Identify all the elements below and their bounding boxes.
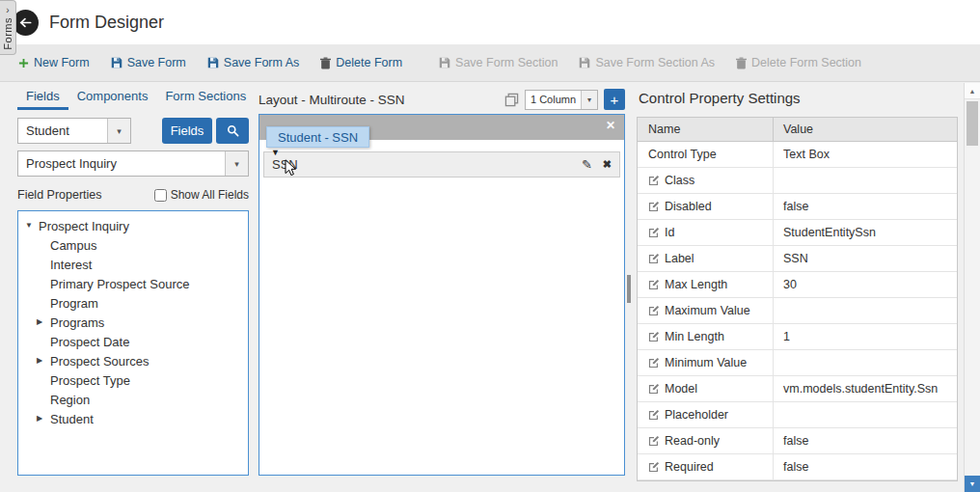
panel-scrollbar[interactable] — [627, 85, 632, 476]
property-name-cell: Read-only — [638, 428, 773, 453]
tree-item-label: Prospect Date — [50, 335, 129, 349]
property-row[interactable]: Min Length 1 — [638, 324, 957, 350]
edit-field-icon[interactable]: ✎ — [582, 158, 592, 171]
property-row[interactable]: Max Length 30 — [638, 272, 957, 298]
toolbar-button-label: Delete Form — [336, 56, 402, 69]
tree-item-label: Prospect Inquiry — [39, 219, 129, 233]
copy-layout-icon[interactable] — [504, 93, 519, 107]
property-value[interactable]: false — [773, 454, 957, 479]
scroll-up-button[interactable]: ▲ — [965, 83, 980, 99]
property-name: Placeholder — [665, 408, 728, 422]
tree-item[interactable]: Primary Prospect Source — [18, 274, 248, 293]
property-value[interactable]: 30 — [773, 272, 957, 297]
property-value[interactable] — [773, 350, 957, 375]
column-header-value: Value — [773, 118, 957, 141]
toolbar-button[interactable]: Delete Form — [310, 44, 413, 81]
panel-scroll-thumb[interactable] — [627, 275, 631, 303]
toolbar-button[interactable]: Save Form Section — [428, 44, 568, 81]
property-row[interactable]: Minimum Value — [638, 350, 957, 376]
app-header: Form Designer — [0, 0, 980, 44]
property-value[interactable]: SSN — [773, 246, 957, 271]
property-name-cell: Placeholder — [638, 402, 773, 427]
show-all-fields-toggle[interactable]: Show All Fields — [154, 188, 249, 202]
remove-field-icon[interactable]: ✖ — [603, 159, 612, 170]
property-name-cell: Class — [638, 168, 773, 193]
tab-label: Fields — [26, 89, 60, 103]
drag-chip[interactable]: Student - SSN — [266, 126, 369, 148]
form-select[interactable]: Prospect Inquiry ▾ — [17, 150, 249, 177]
property-name-cell: Minimum Value — [638, 350, 773, 375]
property-row[interactable]: Class — [638, 168, 957, 194]
property-row[interactable]: Read-only false — [638, 428, 957, 454]
tree-item[interactable]: Campus — [18, 235, 248, 255]
edit-icon — [648, 383, 660, 395]
search-icon — [227, 124, 239, 137]
toolbar-button[interactable]: Save Form As — [197, 44, 311, 81]
tree-item[interactable]: ▶ Prospect Sources — [18, 351, 248, 370]
property-row[interactable]: Model vm.models.studentEntity.Ssn — [638, 376, 957, 402]
property-name-cell: Maximum Value — [638, 298, 773, 323]
tree-item[interactable]: ▼ Prospect Inquiry — [18, 216, 248, 235]
edit-icon — [648, 227, 660, 238]
property-row[interactable]: Placeholder — [638, 402, 957, 428]
tree-item[interactable]: Prospect Type — [18, 370, 248, 390]
property-name-cell: Id — [638, 220, 773, 245]
back-button[interactable] — [13, 10, 39, 36]
toolbar-button-label: Save Form As — [224, 56, 300, 69]
table-body: Control Type Text Box Class — [638, 142, 957, 480]
property-value[interactable]: StudentEntitySsn — [773, 220, 957, 245]
property-value[interactable]: vm.models.studentEntity.Ssn — [773, 376, 957, 401]
property-row[interactable]: Label SSN — [638, 246, 957, 272]
edit-icon — [648, 409, 660, 421]
add-section-button[interactable]: + — [604, 89, 625, 110]
property-row[interactable]: Maximum Value — [638, 298, 957, 324]
vertical-scrollbar[interactable]: ▲ ▼ — [964, 83, 980, 492]
column-select[interactable]: 1 Column ▾ — [525, 90, 598, 110]
tree-item[interactable]: ▶ Student — [18, 409, 248, 428]
property-value[interactable] — [773, 168, 957, 193]
property-value[interactable] — [773, 402, 957, 427]
tree-item[interactable]: Program — [18, 293, 248, 313]
layout-canvas: ✕ SSN ✎ ✖ Student - SSN ▼ — [259, 114, 625, 476]
fields-button[interactable]: Fields — [162, 118, 212, 144]
form-select-value: Prospect Inquiry — [18, 151, 225, 176]
tree-item[interactable]: Prospect Date — [18, 332, 248, 351]
tab[interactable]: Components — [68, 85, 157, 110]
collapse-icon[interactable]: ▼ — [25, 222, 39, 230]
entity-select[interactable]: Student ▾ — [17, 118, 131, 144]
scroll-down-button[interactable]: ▼ — [965, 476, 980, 492]
tree-item-label: Program — [50, 296, 98, 311]
property-row[interactable]: Disabled false — [638, 194, 957, 220]
toolbar-button[interactable]: Save Form — [100, 44, 197, 81]
tree-item[interactable]: Region — [18, 390, 248, 409]
toolbar-button[interactable]: New Form — [8, 44, 100, 81]
toolbar-button[interactable]: Save Form Section As — [568, 44, 725, 81]
expand-icon[interactable]: ▶ — [37, 357, 50, 365]
field-row-ssn[interactable]: SSN ✎ ✖ — [263, 151, 620, 178]
tree-item[interactable]: ▶ Programs — [18, 313, 248, 332]
layout-titlebar: Layout - Multiroute - SSN 1 Column ▾ + — [259, 85, 625, 114]
expand-icon[interactable]: ▶ — [37, 318, 50, 326]
property-row[interactable]: Required false — [638, 454, 957, 480]
fields-panel: Fields Components Form Sections Student … — [17, 85, 249, 476]
close-icon[interactable]: ✕ — [606, 120, 615, 131]
tree-item-label: Student — [50, 412, 94, 426]
tree-item[interactable]: Interest — [18, 255, 248, 274]
search-button[interactable] — [216, 118, 249, 144]
property-row[interactable]: Control Type Text Box — [638, 142, 957, 168]
property-name-cell: Max Length — [638, 272, 773, 297]
forms-drawer-tab[interactable]: › Forms — [0, 0, 16, 55]
toolbar-button[interactable]: Delete Form Section — [725, 44, 872, 81]
property-row[interactable]: Id StudentEntitySsn — [638, 220, 957, 246]
tab[interactable]: Form Sections — [156, 85, 255, 110]
expand-icon[interactable]: ▶ — [37, 415, 50, 423]
property-value[interactable]: false — [773, 428, 957, 453]
show-all-fields-checkbox[interactable] — [154, 189, 167, 202]
scroll-thumb[interactable] — [966, 101, 978, 146]
property-value[interactable]: 1 — [773, 324, 957, 349]
tab[interactable]: Fields — [17, 85, 68, 110]
property-value[interactable]: false — [773, 194, 957, 219]
property-value[interactable] — [773, 298, 957, 323]
property-value[interactable]: Text Box — [773, 142, 957, 167]
field-tree: ▼ Prospect Inquiry Campus Intere — [17, 210, 249, 476]
